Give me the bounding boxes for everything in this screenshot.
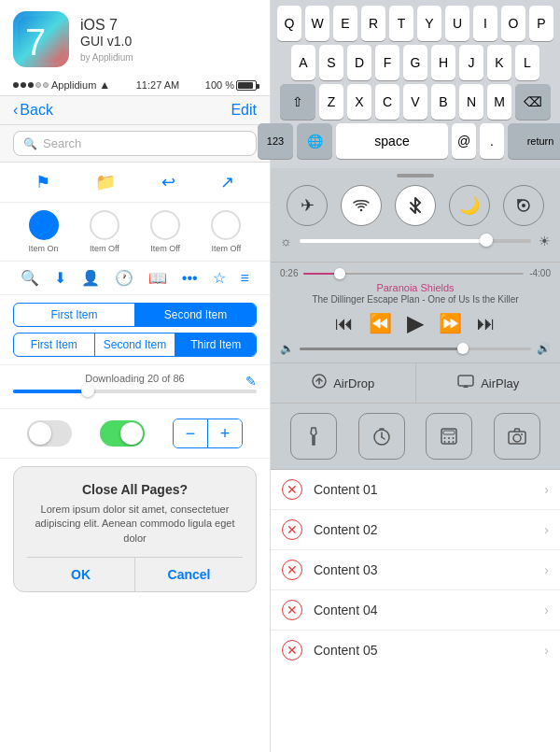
music-progress-bar[interactable]: [303, 273, 524, 275]
back-button[interactable]: ‹ Back: [13, 102, 53, 119]
content-item-1[interactable]: ✕ Content 01 ›: [271, 470, 560, 510]
search-input[interactable]: 🔍 Search: [13, 131, 257, 156]
airplane-mode-button[interactable]: ✈: [287, 185, 328, 226]
fast-forward-button[interactable]: ⏩: [439, 312, 462, 334]
content-x-1[interactable]: ✕: [282, 479, 302, 500]
download-icon[interactable]: ⬇: [54, 269, 66, 287]
key-i[interactable]: I: [473, 6, 497, 41]
key-delete[interactable]: ⌫: [515, 84, 551, 120]
seg-2-item-1[interactable]: First Item: [14, 333, 95, 356]
key-space[interactable]: space: [336, 123, 448, 159]
history-icon[interactable]: 🕐: [115, 269, 133, 287]
content-x-5[interactable]: ✕: [282, 640, 302, 660]
search-action-icon[interactable]: 🔍: [21, 269, 39, 287]
key-l[interactable]: L: [515, 45, 539, 80]
camera-button[interactable]: [494, 413, 540, 460]
key-q[interactable]: Q: [277, 6, 301, 41]
key-j[interactable]: J: [459, 45, 483, 80]
content-x-4[interactable]: ✕: [282, 600, 302, 620]
bluetooth-button[interactable]: [395, 185, 436, 226]
flag-icon[interactable]: ⚑: [35, 172, 50, 192]
toggle-off[interactable]: [27, 420, 72, 447]
key-return[interactable]: return: [508, 123, 560, 159]
rewind-button[interactable]: ⏪: [369, 312, 392, 334]
key-r[interactable]: R: [361, 6, 385, 41]
progress-edit-icon[interactable]: ✎: [245, 374, 257, 389]
key-z[interactable]: Z: [319, 84, 343, 120]
seg-1-item-1[interactable]: First Item: [14, 304, 135, 326]
toggle-circle-off-1[interactable]: [90, 210, 119, 240]
content-x-3[interactable]: ✕: [282, 560, 302, 580]
book-icon[interactable]: 📖: [148, 269, 167, 287]
stepper-minus[interactable]: −: [174, 419, 207, 447]
key-h[interactable]: H: [431, 45, 455, 80]
contact-icon[interactable]: 👤: [81, 269, 100, 287]
music-progress-thumb[interactable]: [334, 268, 345, 279]
key-k[interactable]: K: [487, 45, 511, 80]
star-icon[interactable]: ☆: [213, 269, 226, 287]
list-icon[interactable]: ≡: [241, 270, 249, 287]
key-b[interactable]: B: [431, 84, 455, 120]
do-not-disturb-button[interactable]: 🌙: [449, 185, 490, 226]
key-at[interactable]: @: [452, 123, 476, 159]
progress-thumb[interactable]: [81, 384, 94, 397]
seg-2-item-3[interactable]: Third Item: [175, 333, 256, 356]
toggle-circle-off-3[interactable]: [211, 210, 241, 240]
key-m[interactable]: M: [487, 84, 511, 120]
content-item-4[interactable]: ✕ Content 04 ›: [271, 590, 560, 631]
play-button[interactable]: ▶: [407, 310, 424, 336]
brightness-thumb[interactable]: [480, 234, 493, 247]
seg-1-item-2[interactable]: Second Item: [135, 304, 256, 326]
key-shift[interactable]: ⇧: [280, 84, 315, 120]
key-f[interactable]: F: [375, 45, 399, 80]
key-p[interactable]: P: [529, 6, 553, 41]
wifi-toggle-button[interactable]: [341, 185, 382, 226]
toggle-circle-off-2[interactable]: [150, 210, 180, 240]
key-g[interactable]: G: [403, 45, 427, 80]
content-item-5[interactable]: ✕ Content 05 ›: [271, 631, 560, 670]
flashlight-button[interactable]: [290, 413, 337, 460]
content-x-2[interactable]: ✕: [282, 519, 302, 540]
volume-slider[interactable]: [300, 348, 531, 350]
key-n[interactable]: N: [459, 84, 483, 120]
folder-icon[interactable]: 📁: [95, 172, 116, 192]
key-u[interactable]: U: [445, 6, 469, 41]
key-s[interactable]: S: [319, 45, 343, 80]
key-y[interactable]: Y: [417, 6, 441, 41]
calculator-button[interactable]: [426, 413, 472, 460]
edit-button[interactable]: Edit: [231, 102, 257, 119]
prev-track-button[interactable]: ⏮: [335, 313, 354, 334]
volume-thumb[interactable]: [457, 343, 469, 354]
key-e[interactable]: E: [333, 6, 357, 41]
rotation-lock-button[interactable]: [503, 185, 544, 226]
airplay-button[interactable]: AirPlay: [416, 363, 561, 403]
alert-cancel-button[interactable]: Cancel: [135, 558, 243, 591]
key-v[interactable]: V: [403, 84, 427, 120]
toggle-circle-on[interactable]: [29, 210, 59, 240]
stepper-plus[interactable]: +: [208, 419, 242, 447]
seg-2-item-2[interactable]: Second Item: [95, 333, 176, 356]
next-track-button[interactable]: ⏭: [477, 313, 496, 334]
timer-button[interactable]: [358, 413, 405, 460]
toggle-on[interactable]: [100, 420, 145, 447]
share-icon[interactable]: ↗: [220, 172, 234, 192]
key-period[interactable]: .: [480, 123, 504, 159]
airdrop-button[interactable]: AirDrop: [271, 363, 416, 403]
alert-ok-button[interactable]: OK: [27, 558, 134, 591]
wifi-icon: [352, 198, 371, 213]
key-c[interactable]: C: [375, 84, 399, 120]
key-globe[interactable]: 🌐: [297, 123, 332, 159]
toggle-label-off-2: Item Off: [150, 244, 180, 253]
key-123[interactable]: 123: [258, 123, 293, 159]
key-d[interactable]: D: [347, 45, 371, 80]
key-t[interactable]: T: [389, 6, 413, 41]
key-o[interactable]: O: [501, 6, 525, 41]
brightness-slider[interactable]: [300, 239, 531, 243]
more-icon[interactable]: •••: [182, 270, 198, 287]
content-item-2[interactable]: ✕ Content 02 ›: [271, 510, 560, 550]
key-a[interactable]: A: [291, 45, 315, 80]
content-item-3[interactable]: ✕ Content 03 ›: [271, 550, 560, 590]
key-x[interactable]: X: [347, 84, 371, 120]
reply-icon[interactable]: ↩: [161, 172, 175, 192]
key-w[interactable]: W: [305, 6, 329, 41]
